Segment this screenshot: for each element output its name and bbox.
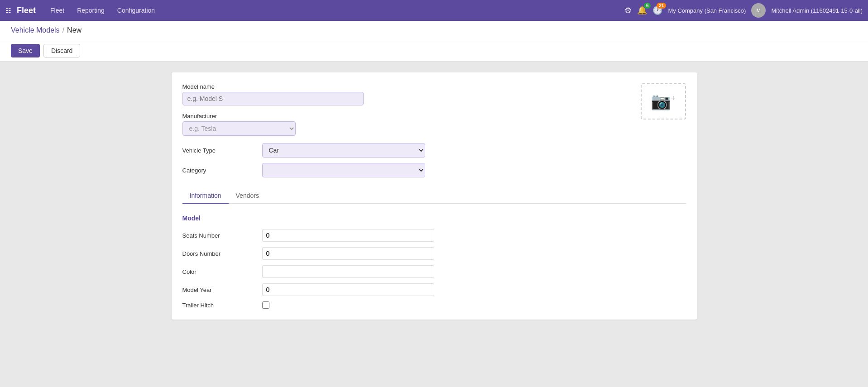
color-label: Color: [182, 268, 255, 275]
manufacturer-select[interactable]: e.g. Tesla: [182, 121, 296, 136]
information-fields-grid: Seats Number Doors Number Color Model Ye…: [182, 229, 686, 309]
model-year-label: Model Year: [182, 287, 255, 293]
grid-menu-icon[interactable]: ☷: [5, 7, 11, 14]
tab-information[interactable]: Information: [182, 188, 229, 204]
tab-content-information: Model Seats Number Doors Number Color Mo…: [182, 204, 686, 309]
top-menu: Fleet Reporting Configuration: [45, 4, 160, 17]
tab-vendors[interactable]: Vendors: [229, 188, 266, 204]
category-field: [262, 163, 626, 177]
image-upload-area[interactable]: 📷+: [641, 83, 686, 119]
app-brand[interactable]: Fleet: [17, 6, 36, 15]
company-name: My Company (San Francisco): [668, 7, 746, 14]
breadcrumb: Vehicle Models / New: [11, 26, 82, 34]
seats-number-input[interactable]: [262, 229, 434, 242]
breadcrumb-separator: /: [62, 26, 64, 34]
topnav-right: ⚙ 🔔 6 🕐 21 My Company (San Francisco) M …: [624, 3, 863, 18]
user-avatar[interactable]: M: [751, 3, 766, 18]
user-name: Mitchell Admin (11602491-15-0-all): [771, 7, 863, 14]
clock-button[interactable]: 🕐 21: [652, 5, 662, 15]
clock-badge: 21: [657, 3, 666, 9]
page-header: Vehicle Models / New: [0, 21, 868, 40]
tabs-container: Information Vendors: [182, 188, 686, 204]
doors-number-input[interactable]: [262, 247, 434, 260]
avatar-image: M: [757, 8, 761, 13]
menu-item-configuration[interactable]: Configuration: [112, 4, 160, 17]
menu-item-fleet[interactable]: Fleet: [45, 4, 70, 17]
trailer-hitch-checkbox[interactable]: [262, 301, 269, 309]
doors-number-label: Doors Number: [182, 250, 255, 257]
main-content: Model name Manufacturer e.g. Tesla Vehic…: [0, 62, 868, 387]
camera-icon: 📷+: [651, 92, 676, 111]
gear-icon: ⚙: [624, 6, 632, 15]
model-name-label: Model name: [182, 83, 626, 90]
manufacturer-label: Manufacturer: [182, 113, 626, 119]
vehicle-type-label: Vehicle Type: [182, 147, 255, 154]
color-input[interactable]: [262, 265, 434, 278]
category-select[interactable]: [262, 163, 425, 177]
action-bar: Save Discard: [0, 40, 868, 62]
manufacturer-group: Manufacturer e.g. Tesla: [182, 113, 626, 136]
discard-button[interactable]: Discard: [43, 44, 80, 57]
vehicle-fields-grid: Vehicle Type Car Motorbike Category: [182, 143, 626, 177]
category-label: Category: [182, 167, 255, 174]
model-year-input[interactable]: [262, 283, 434, 296]
tabs: Information Vendors: [182, 188, 686, 203]
model-name-input[interactable]: [182, 92, 364, 105]
model-fields: Model name Manufacturer e.g. Tesla Vehic…: [182, 83, 626, 177]
trailer-hitch-label: Trailer Hitch: [182, 302, 255, 309]
notifications-button[interactable]: 🔔 6: [637, 5, 647, 15]
breadcrumb-parent-link[interactable]: Vehicle Models: [11, 26, 60, 34]
seats-number-label: Seats Number: [182, 232, 255, 239]
top-navigation: ☷ Fleet Fleet Reporting Configuration ⚙ …: [0, 0, 868, 21]
model-name-group: Model name: [182, 83, 626, 105]
vehicle-type-select[interactable]: Car Motorbike: [262, 143, 425, 158]
notification-badge: 6: [644, 3, 651, 9]
form-card: Model name Manufacturer e.g. Tesla Vehic…: [172, 72, 697, 320]
form-header: Model name Manufacturer e.g. Tesla Vehic…: [182, 83, 686, 177]
vehicle-type-field: Car Motorbike: [262, 143, 626, 158]
settings-icon-button[interactable]: ⚙: [624, 5, 632, 15]
model-section-title: Model: [182, 215, 686, 222]
menu-item-reporting[interactable]: Reporting: [72, 4, 110, 17]
save-button[interactable]: Save: [11, 44, 40, 57]
breadcrumb-current: New: [67, 26, 82, 34]
